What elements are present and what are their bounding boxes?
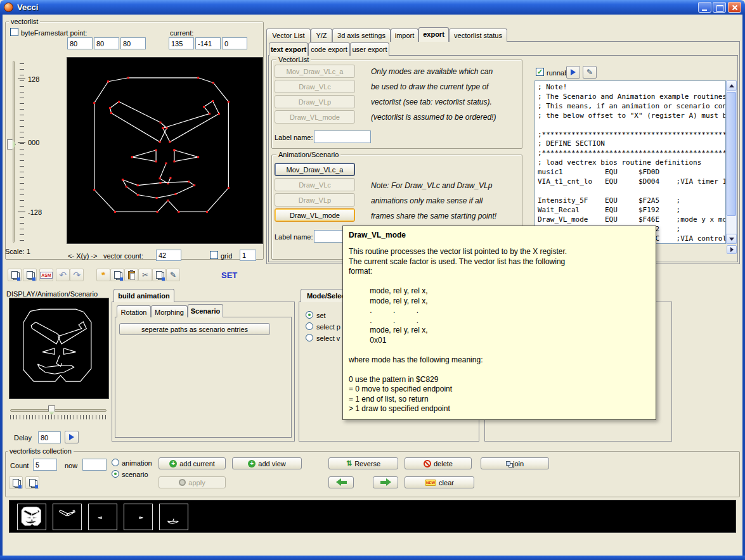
scrollbar-thumb[interactable] [727, 92, 736, 216]
edit-code-button[interactable]: ✎ [583, 66, 597, 79]
clear-button[interactable]: NEWclear [405, 476, 474, 488]
export-draw-vlc-button[interactable]: Draw_VLc [275, 80, 355, 93]
frame-slider-track[interactable] [10, 409, 107, 412]
move-right-button[interactable] [373, 476, 398, 488]
thumb-svg-1 [53, 504, 81, 530]
export-draw-vlp-button[interactable]: Draw_VLp [275, 95, 355, 108]
mode-set-radio[interactable] [306, 311, 313, 319]
code-preview-area[interactable]: ; Note! ; The Scenario and Animation exa… [534, 80, 726, 244]
grid-label: grid [221, 252, 232, 260]
window-border-left [0, 15, 3, 556]
insert-button[interactable] [152, 269, 166, 281]
mode-select-p-radio[interactable] [306, 322, 313, 330]
code-scrollbar[interactable] [726, 80, 737, 244]
anim-draw-vlc-button[interactable]: Draw_VLc [275, 178, 355, 191]
load-vectorlist-button[interactable] [8, 269, 22, 281]
tab-rotation[interactable]: Rotation [117, 305, 151, 317]
delete-button[interactable]: delete [405, 457, 472, 469]
scenario-radio[interactable] [112, 470, 119, 478]
anim-mov-draw-vlc-a-button[interactable]: Mov_Draw_VLc_a [275, 163, 355, 176]
save-vectorlist-button[interactable] [23, 269, 37, 281]
tab-user-export[interactable]: user export [350, 42, 389, 56]
runnable-checkbox[interactable]: ✓ [536, 68, 544, 76]
cut-button[interactable]: ✂ [138, 269, 152, 281]
tab-export[interactable]: export [418, 27, 449, 42]
join-button[interactable]: join [481, 457, 549, 469]
frame-thumbnail-4[interactable] [124, 504, 153, 530]
asm-export-button[interactable]: ASM [39, 269, 53, 281]
export-note-line1: Only modes are available which can [371, 67, 493, 76]
now-input[interactable] [82, 459, 107, 471]
current-y-input[interactable] [195, 37, 221, 49]
close-button[interactable] [728, 2, 741, 13]
scale-slider-major-tick-mid [18, 142, 25, 143]
tab-build-animation[interactable]: build animation [113, 289, 174, 302]
grid-size-input[interactable] [240, 250, 256, 261]
new-frame-button[interactable]: * [96, 269, 110, 281]
scroll-down-button[interactable] [726, 234, 737, 244]
tab-yz[interactable]: Y/Z [311, 29, 332, 42]
load-vectorlist-icon [11, 271, 18, 279]
scroll-right-button[interactable] [727, 245, 737, 254]
export-mov-draw-vlc-a-button[interactable]: Mov_Draw_VLc_a [275, 65, 355, 78]
maximize-button[interactable] [713, 2, 726, 13]
save-collection-button[interactable] [25, 476, 39, 489]
anim-draw-vlp-button[interactable]: Draw_VLp [275, 193, 355, 207]
separate-paths-button[interactable]: seperate paths as scenario entries [119, 323, 270, 335]
mode-select-p-label: select p [316, 323, 340, 331]
edit-button[interactable]: ✎ [166, 269, 180, 281]
grid-checkbox[interactable] [210, 251, 218, 259]
current-x-input[interactable] [169, 37, 194, 49]
export-draw-vl-mode-button[interactable]: Draw_VL_mode [275, 110, 355, 124]
add-view-button[interactable]: +add view [232, 457, 302, 469]
redo-button[interactable]: ↷ [70, 269, 84, 281]
undo-button[interactable]: ↶ [56, 269, 70, 281]
tab-code-export[interactable]: code export [308, 42, 350, 56]
delay-input[interactable] [38, 431, 61, 443]
load-collection-button[interactable] [9, 476, 23, 489]
reverse-button[interactable]: ⇅Reverse [328, 457, 398, 469]
frame-thumbnail-3[interactable] [88, 504, 117, 530]
tab-vector-list[interactable]: Vector List [266, 29, 311, 42]
start-z-input[interactable] [120, 37, 146, 49]
animation-radio[interactable] [112, 459, 119, 466]
anim-note-line2: animations only make sense if all [371, 196, 483, 205]
export-label-name-input[interactable] [314, 130, 371, 143]
reverse-icon: ⇅ [346, 459, 352, 468]
byteframe-checkbox[interactable] [10, 28, 18, 36]
minimize-button[interactable] [698, 2, 711, 13]
title-bar[interactable]: Vecci [0, 0, 745, 15]
play-button[interactable] [65, 431, 79, 443]
scroll-up-button[interactable] [726, 80, 737, 91]
vector-edit-canvas[interactable] [67, 57, 263, 244]
paste-button[interactable] [124, 269, 138, 281]
start-point-label: start point: [55, 29, 87, 37]
scenario-radio-label: scenario [122, 471, 148, 479]
tab-vectorlist-status[interactable]: vectorlist status [449, 29, 507, 42]
tab-3d-axis-settings[interactable]: 3d axis settings [332, 29, 391, 42]
ruler-label-neg128: -128 [28, 208, 42, 217]
tab-import[interactable]: import [391, 29, 418, 42]
tab-text-export[interactable]: text export [269, 42, 308, 56]
add-current-button[interactable]: +add current [159, 457, 226, 469]
mode-select-v-radio[interactable] [306, 334, 313, 341]
move-left-button[interactable] [328, 476, 354, 488]
apply-button[interactable]: apply [159, 476, 226, 488]
run-button[interactable] [566, 66, 580, 79]
copy-button[interactable] [110, 269, 124, 281]
start-y-input[interactable] [94, 37, 119, 49]
count-input[interactable] [33, 459, 57, 471]
frame-thumbnail-2[interactable] [53, 504, 82, 530]
scale-slider-track[interactable] [13, 61, 15, 243]
current-z-input[interactable] [222, 37, 247, 49]
tab-morphing[interactable]: Morphing [151, 305, 188, 317]
set-label[interactable]: SET [221, 270, 237, 280]
anim-draw-vl-mode-button[interactable]: Draw_VL_mode [275, 208, 355, 222]
vector-count-input[interactable] [156, 250, 181, 261]
frame-thumbnail-1[interactable] [17, 504, 46, 530]
tab-scenario[interactable]: Scenario [188, 304, 223, 317]
start-x-input[interactable] [67, 37, 93, 49]
frame-slider-thumb[interactable] [48, 405, 55, 415]
thumb-svg-3 [124, 504, 152, 530]
frame-thumbnail-5[interactable] [159, 504, 188, 530]
